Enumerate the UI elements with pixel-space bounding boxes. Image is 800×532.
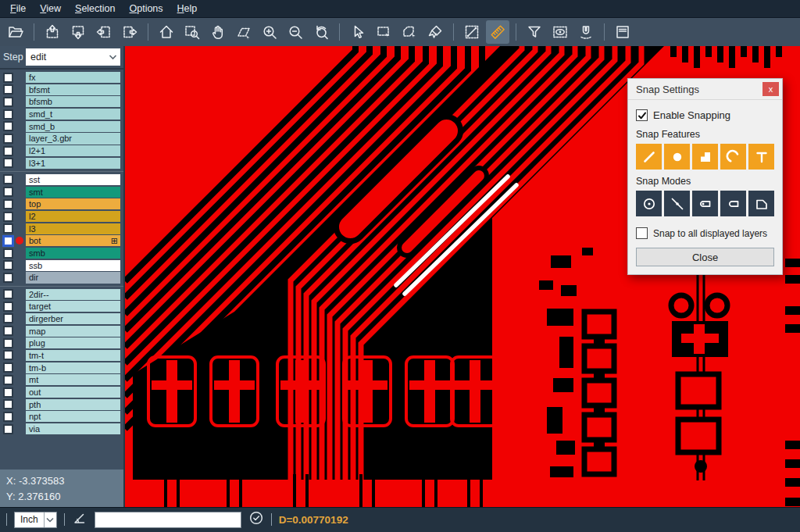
- zoom-window-icon[interactable]: [180, 20, 204, 44]
- layer-checkbox-map[interactable]: [3, 326, 13, 336]
- snap-feature-line-icon[interactable]: [636, 144, 662, 170]
- open-folder-icon[interactable]: [4, 20, 27, 44]
- layer-row-ssb[interactable]: ssb: [0, 260, 123, 271]
- snap-magnet-icon[interactable]: [574, 20, 598, 44]
- layer-checkbox-bot[interactable]: [3, 236, 13, 246]
- confirm-circle-icon[interactable]: [248, 510, 264, 529]
- clear-brush-icon[interactable]: [423, 20, 447, 44]
- snap-feature-surface-icon[interactable]: [692, 144, 718, 170]
- select-rectangle-icon[interactable]: [372, 20, 395, 44]
- layer-row-mt[interactable]: mt: [0, 374, 123, 385]
- layer-row-top[interactable]: top: [0, 198, 123, 209]
- layer-row-sst[interactable]: sst: [0, 174, 123, 185]
- move-left-icon[interactable]: [92, 20, 116, 44]
- layer-checkbox-dir[interactable]: [3, 273, 13, 283]
- snap-mode-slot-icon[interactable]: [720, 191, 746, 216]
- layer-label-map[interactable]: map: [26, 326, 120, 337]
- snap-feature-text-icon[interactable]: [748, 144, 774, 170]
- ruler-icon[interactable]: [486, 20, 509, 44]
- layer-checkbox-l3+1[interactable]: [3, 158, 13, 168]
- layer-label-via[interactable]: via: [26, 423, 120, 434]
- select-arrow-icon[interactable]: [346, 20, 370, 44]
- layer-row-npt[interactable]: npt: [0, 411, 123, 422]
- layer-checkbox-smb[interactable]: [3, 248, 13, 259]
- zoom-in-icon[interactable]: [258, 20, 281, 44]
- move-right-icon[interactable]: [118, 20, 141, 44]
- snap-mode-center-icon[interactable]: [636, 191, 662, 216]
- layer-label-layer_3.gbr[interactable]: layer_3.gbr: [26, 133, 120, 144]
- layer-label-l3[interactable]: l3: [26, 223, 120, 234]
- layer-label-pth[interactable]: pth: [26, 399, 120, 410]
- layers-form-icon[interactable]: [611, 20, 634, 44]
- menu-view[interactable]: View: [33, 1, 68, 16]
- layer-label-bfsmb[interactable]: bfsmb: [26, 96, 120, 107]
- layer-checkbox-pth[interactable]: [3, 399, 13, 409]
- pan-hand-icon[interactable]: [206, 20, 230, 44]
- layer-checkbox-l3[interactable]: [3, 223, 13, 234]
- layer-checkbox-sst[interactable]: [3, 174, 13, 184]
- layer-checkbox-via[interactable]: [3, 424, 13, 434]
- layer-row-dir[interactable]: dir: [0, 272, 123, 283]
- layer-checkbox-2dir--[interactable]: [3, 289, 13, 299]
- layer-label-plug[interactable]: plug: [26, 337, 120, 348]
- snap-mode-corner-icon[interactable]: [748, 191, 774, 216]
- menu-help[interactable]: Help: [170, 1, 205, 16]
- layer-row-smd_b[interactable]: smd_b: [0, 121, 123, 132]
- unit-dropdown[interactable]: Inch: [14, 512, 57, 528]
- layer-checkbox-ssb[interactable]: [3, 260, 13, 270]
- layer-checkbox-l2+1[interactable]: [3, 146, 13, 156]
- layer-row-layer_3.gbr[interactable]: layer_3.gbr: [0, 133, 123, 144]
- move-down-icon[interactable]: [66, 20, 90, 44]
- layer-row-tm-t[interactable]: tm-t: [0, 350, 123, 361]
- layer-row-plug[interactable]: plug: [0, 337, 123, 348]
- snap-feature-arc-icon[interactable]: [720, 144, 746, 170]
- layer-row-smt[interactable]: smt: [0, 187, 123, 198]
- zoom-out-icon[interactable]: [284, 20, 307, 44]
- layer-label-l3+1[interactable]: l3+1: [26, 158, 120, 169]
- layer-label-sst[interactable]: sst: [26, 174, 120, 185]
- layer-checkbox-smd_b[interactable]: [3, 121, 13, 131]
- layer-row-2dir--[interactable]: 2dir--: [0, 289, 123, 300]
- layer-row-smb[interactable]: smb: [0, 248, 123, 259]
- layer-label-l2[interactable]: l2: [26, 211, 120, 222]
- layer-label-dirgerber[interactable]: dirgerber: [26, 313, 120, 324]
- layer-row-l3+1[interactable]: l3+1: [0, 158, 123, 169]
- menu-file[interactable]: File: [3, 1, 33, 16]
- layer-row-l2[interactable]: l2: [0, 211, 123, 222]
- layer-row-out[interactable]: out: [0, 387, 123, 398]
- enable-snapping-checkbox[interactable]: [636, 109, 648, 121]
- command-input[interactable]: [95, 512, 241, 528]
- layer-label-smt[interactable]: smt: [26, 187, 120, 198]
- layer-checkbox-smt[interactable]: [3, 187, 13, 197]
- layer-label-bot[interactable]: bot⊞: [26, 235, 120, 246]
- layer-label-smd_t[interactable]: smd_t: [26, 109, 120, 120]
- layer-checkbox-dirgerber[interactable]: [3, 313, 13, 323]
- snap-mode-midpoint-icon[interactable]: [664, 191, 690, 216]
- layer-row-via[interactable]: via: [0, 423, 123, 434]
- layer-label-target[interactable]: target: [26, 301, 120, 312]
- dialog-title-bar[interactable]: Snap Settings x: [628, 79, 782, 100]
- layer-checkbox-out[interactable]: [3, 387, 13, 398]
- layer-label-ssb[interactable]: ssb: [26, 260, 120, 271]
- home-icon[interactable]: [155, 20, 178, 44]
- menu-selection[interactable]: Selection: [68, 1, 122, 16]
- layer-checkbox-tm-t[interactable]: [3, 350, 13, 360]
- layer-row-fx[interactable]: fx: [0, 72, 123, 83]
- layer-checkbox-top[interactable]: [3, 199, 13, 209]
- layer-checkbox-bfsmb[interactable]: [3, 97, 13, 107]
- menu-options[interactable]: Options: [122, 1, 170, 16]
- layer-label-l2+1[interactable]: l2+1: [26, 145, 120, 156]
- layer-row-dirgerber[interactable]: dirgerber: [0, 313, 123, 324]
- layer-label-smb[interactable]: smb: [26, 248, 120, 259]
- layer-checkbox-fx[interactable]: [3, 73, 13, 83]
- layer-row-bot[interactable]: bot⊞: [0, 235, 123, 246]
- layer-row-target[interactable]: target: [0, 301, 123, 312]
- dialog-close-icon[interactable]: x: [762, 82, 779, 96]
- layer-label-npt[interactable]: npt: [26, 411, 120, 422]
- layer-label-bfsmt[interactable]: bfsmt: [26, 84, 120, 95]
- filter-icon[interactable]: [523, 20, 546, 44]
- move-up-icon[interactable]: [41, 20, 64, 44]
- layer-checkbox-plug[interactable]: [3, 338, 13, 348]
- layer-label-dir[interactable]: dir: [26, 272, 120, 283]
- layer-checkbox-target[interactable]: [3, 302, 13, 312]
